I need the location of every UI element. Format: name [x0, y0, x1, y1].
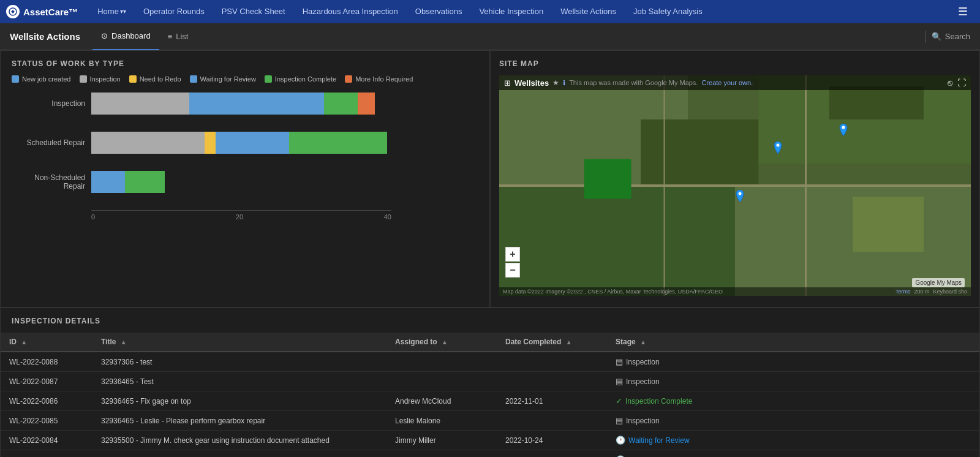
map-fullscreen-icon[interactable]: ⛶ [957, 78, 966, 88]
nav-item-psv[interactable]: PSV Check Sheet [213, 0, 294, 23]
cell-assigned: Leslie Malone [386, 411, 497, 431]
logo-icon [6, 5, 20, 18]
col-header-date[interactable]: Date Completed ▲ [497, 333, 607, 352]
cell-stage: 🕐 Waiting for Review [607, 450, 979, 458]
legend-label-complete: Inspection Complete [275, 75, 336, 83]
stage-icon: ▤ [616, 377, 623, 386]
list-label: List [176, 32, 188, 41]
map-pin-3[interactable] [735, 190, 745, 202]
top-row: STATUS OF WORK BY TYPE New job created I… [0, 50, 980, 308]
dashboard-label: Dashboard [111, 31, 151, 40]
nav-item-hazardous[interactable]: Hazardous Area Inspection [294, 0, 407, 23]
legend-label-waiting: Waiting for Review [200, 75, 256, 83]
map-zoom-in[interactable]: + [505, 247, 520, 262]
map-header-left: ⊞ Wellsites ★ ℹ This map was made with G… [504, 78, 753, 88]
cell-title: 32935500 - Jimmy M. check gear using ins… [92, 431, 386, 450]
map-header: ⊞ Wellsites ★ ℹ This map was made with G… [499, 75, 971, 90]
chart-row-label-scheduled: Scheduled Repair [12, 138, 85, 147]
stage-label: Inspection [626, 417, 660, 425]
cell-assigned [386, 352, 497, 372]
map-controls: + − [505, 247, 520, 278]
map-pin-1[interactable] [839, 124, 848, 136]
bar-scheduled [91, 132, 387, 154]
bar-seg [91, 171, 125, 193]
nav-item-jsa[interactable]: Job Safety Analysis [625, 0, 711, 23]
table-row[interactable]: WL-2022-0085 32936465 - Leslie - Please … [1, 411, 979, 431]
map-share-icon[interactable]: ⎋ [948, 78, 952, 88]
x-label-0: 0 [91, 213, 95, 221]
nav-item-operator-rounds[interactable]: Operator Rounds [135, 0, 213, 23]
search-area[interactable]: 🔍 Search [932, 32, 970, 41]
legend-color-need-redo [129, 75, 137, 83]
hamburger-menu[interactable]: ☰ [952, 5, 974, 18]
cell-date [497, 372, 607, 391]
cell-stage: ▤ Inspection [607, 411, 979, 431]
sort-icon-title: ▲ [121, 339, 127, 346]
sort-icon-assigned: ▲ [442, 339, 448, 346]
brand[interactable]: AssetCare™ [6, 5, 78, 18]
legend-label-inspection: Inspection [90, 75, 121, 83]
map-caption-text: This map was made with Google My Maps. [569, 79, 698, 86]
dashboard-tab[interactable]: ⊙ Dashboard [92, 23, 159, 50]
stage-label: Waiting for Review [628, 436, 690, 445]
dashboard-icon: ⊙ [101, 31, 108, 40]
stage-icon: ✓ [616, 396, 622, 406]
legend-label-new-job: New job created [22, 75, 71, 83]
col-header-id[interactable]: ID ▲ [1, 333, 92, 352]
list-tab[interactable]: ≡ List [159, 23, 197, 50]
svg-point-15 [739, 192, 742, 195]
map-title: SITE MAP [499, 59, 971, 68]
nav-item-vehicle[interactable]: Vehicle Inspection [470, 0, 552, 23]
table-row[interactable]: WL-2022-0084 32935500 - Jimmy M. check g… [1, 431, 979, 450]
nav-item-wellsite[interactable]: Wellsite Actions [552, 0, 625, 23]
nav-item-home[interactable]: Home ▾ [89, 0, 135, 23]
legend-color-more-info [345, 75, 352, 83]
map-expand-icon[interactable]: ⊞ [504, 78, 511, 88]
map-pin-2[interactable] [773, 142, 783, 154]
table-title: INSPECTION DETAILS [1, 317, 979, 333]
map-create-link[interactable]: Create your own. [701, 79, 753, 86]
google-maps-credit: Google My Maps [912, 278, 965, 287]
chart-row-inspection: Inspection [91, 93, 478, 115]
cell-title: 32937306 - Check gear box - Mike [92, 450, 386, 458]
subheader-nav: ⊙ Dashboard ≡ List [92, 23, 197, 50]
table-row[interactable]: WL-2022-0087 32936465 - Test ▤ Inspectio… [1, 372, 979, 391]
chart-row-label-inspection: Inspection [12, 99, 85, 108]
map-keyboard: Keyboard sho [933, 289, 967, 295]
chart-title: STATUS OF WORK BY TYPE [12, 59, 478, 68]
legend-color-waiting [190, 75, 197, 83]
page-title: Wellsite Actions [10, 31, 80, 42]
cell-stage: 🕐 Waiting for Review [607, 431, 979, 450]
cell-title: 32936465 - Leslie - Please perform gearb… [92, 411, 386, 431]
search-icon: 🔍 [932, 32, 941, 41]
table-row[interactable]: WL-2022-0083 32937306 - Check gear box -… [1, 450, 979, 458]
cell-date: 2022-10-19 [497, 450, 607, 458]
x-label-20: 20 [236, 213, 243, 221]
col-header-assigned[interactable]: Assigned to ▲ [386, 333, 497, 352]
map-star-icon[interactable]: ★ [552, 78, 559, 87]
cell-id: WL-2022-0083 [1, 450, 92, 458]
cell-assigned: Mike Dolan (TPM) [386, 450, 497, 458]
chart-row-nonscheduled: Non-Scheduled Repair [91, 171, 478, 193]
map-terms-link[interactable]: Terms [895, 289, 911, 295]
stage-label: Inspection Complete [625, 397, 692, 406]
nav-items: Home ▾ Operator Rounds PSV Check Sheet H… [89, 0, 952, 23]
svg-rect-5 [499, 186, 735, 296]
cell-id: WL-2022-0088 [1, 352, 92, 372]
table-row[interactable]: WL-2022-0088 32937306 - test ▤ Inspectio… [1, 352, 979, 372]
bar-seg [91, 93, 189, 115]
col-header-stage[interactable]: Stage ▲ [607, 333, 979, 352]
map-container[interactable]: ⊞ Wellsites ★ ℹ This map was made with G… [499, 75, 971, 296]
search-label: Search [945, 32, 970, 41]
cell-date [497, 411, 607, 431]
legend-more-info: More Info Required [345, 75, 413, 83]
table-row[interactable]: WL-2022-0086 32936465 - Fix gage on top … [1, 391, 979, 411]
col-header-title[interactable]: Title ▲ [92, 333, 386, 352]
nav-item-observations[interactable]: Observations [407, 0, 471, 23]
table-panel: INSPECTION DETAILS ID ▲ Title ▲ Assigned… [0, 308, 980, 457]
legend-waiting: Waiting for Review [190, 75, 256, 83]
cell-assigned: Jimmy Miller [386, 431, 497, 450]
bar-seg [216, 132, 289, 154]
stage-label: Inspection [626, 377, 660, 386]
map-zoom-out[interactable]: − [505, 263, 520, 278]
